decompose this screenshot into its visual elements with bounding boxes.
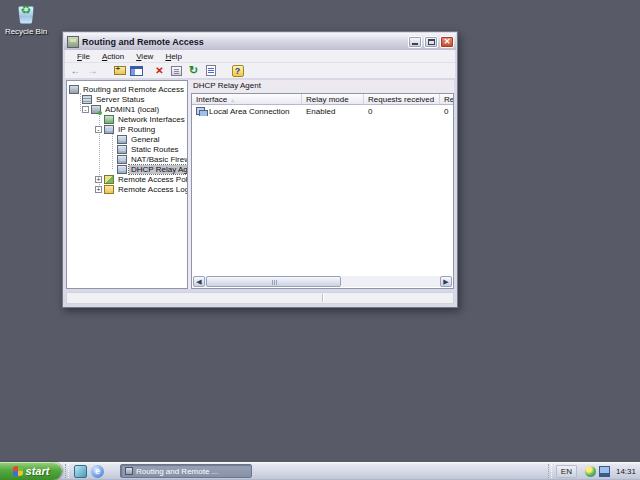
- taskbar-clock: 14:31: [616, 467, 636, 476]
- tree-item-static-routes[interactable]: Static Routes: [67, 144, 187, 154]
- back-icon[interactable]: ←: [68, 64, 83, 77]
- expand-icon[interactable]: +: [95, 186, 102, 193]
- tray-globe-icon[interactable]: [585, 466, 596, 477]
- tree-item-dhcp-relay-agent[interactable]: DHCP Relay Agent: [67, 164, 187, 174]
- lan-connection-icon: [196, 107, 207, 116]
- taskbar: start e Routing and Remote ... EN 14:31: [0, 462, 640, 480]
- collapse-icon[interactable]: -: [95, 126, 102, 133]
- tree-item-label: Static Routes: [129, 145, 181, 154]
- forward-icon[interactable]: →: [85, 64, 100, 77]
- up-one-level-icon[interactable]: [112, 64, 127, 77]
- title-bar[interactable]: Routing and Remote Access ✕: [64, 33, 456, 50]
- tree-item-routing-and-remote-access[interactable]: Routing and Remote Access: [67, 84, 187, 94]
- expand-icon[interactable]: +: [95, 176, 102, 183]
- quick-launch-handle[interactable]: [65, 464, 69, 478]
- tree-item-label-selected: DHCP Relay Agent: [129, 165, 188, 174]
- sort-icon: ▵: [231, 97, 234, 103]
- start-button[interactable]: start: [0, 462, 62, 480]
- tree-item-label: Server Status: [94, 95, 146, 104]
- close-button[interactable]: ✕: [440, 36, 454, 48]
- windows-flag-icon: [13, 466, 23, 477]
- column-interface[interactable]: Interface▵: [192, 94, 302, 105]
- router-icon: [104, 125, 114, 134]
- system-tray: EN 14:31: [548, 462, 640, 480]
- router-icon: [117, 155, 127, 164]
- recycle-bin-icon: ♻: [15, 2, 37, 26]
- tree-item-label: Remote Access Logging: [116, 185, 188, 194]
- column-headers: Interface▵ Relay mode Requests received …: [192, 94, 453, 105]
- scroll-right-icon[interactable]: ▶: [440, 276, 452, 287]
- list-view: Interface▵ Relay mode Requests received …: [191, 93, 454, 289]
- internet-explorer-icon[interactable]: e: [91, 465, 104, 478]
- minimize-button[interactable]: [408, 36, 422, 48]
- tree-item-label: IP Routing: [116, 125, 157, 134]
- tree-item-remote-access-policies[interactable]: + Remote Access Policies: [67, 174, 187, 184]
- tree-item-network-interfaces[interactable]: Network Interfaces: [67, 114, 187, 124]
- menu-view[interactable]: View: [130, 52, 159, 61]
- scroll-left-icon[interactable]: ◀: [193, 276, 205, 287]
- console-tree: Routing and Remote Access Server Status …: [66, 80, 188, 289]
- tree-item-remote-access-logging[interactable]: + Remote Access Logging: [67, 184, 187, 194]
- recycle-bin-label: Recycle Bin: [4, 27, 48, 36]
- tree-item-label: Remote Access Policies: [116, 175, 188, 184]
- menu-help[interactable]: Help: [159, 52, 187, 61]
- collapse-icon[interactable]: -: [82, 106, 89, 113]
- tray-network-icon[interactable]: [599, 466, 610, 477]
- column-requests-received[interactable]: Requests received: [364, 94, 440, 105]
- policies-icon: [104, 175, 114, 184]
- status-bar: [66, 292, 454, 304]
- relay-mode-value: Enabled: [302, 107, 364, 116]
- console-root-icon: [69, 85, 79, 94]
- tree-item-admin1-local[interactable]: - ADMIN1 (local): [67, 104, 187, 114]
- scrollbar-thumb[interactable]: [206, 276, 341, 287]
- table-row[interactable]: Local Area Connection Enabled 0 0: [192, 105, 453, 117]
- server-icon: [91, 105, 101, 114]
- menu-bar: File Action View Help: [65, 50, 455, 63]
- router-icon: [117, 135, 127, 144]
- toolbar: ← → ✕ ↻ ?: [65, 63, 455, 79]
- tree-item-label: Routing and Remote Access: [81, 85, 186, 94]
- server-status-icon: [82, 95, 92, 104]
- column-replies-received[interactable]: Replies received: [440, 94, 454, 105]
- task-button-label: Routing and Remote ...: [136, 467, 218, 476]
- properties-icon[interactable]: [169, 64, 184, 77]
- tree-item-label: ADMIN1 (local): [103, 105, 161, 114]
- rras-window: Routing and Remote Access ✕ File Action …: [62, 31, 458, 308]
- task-button-icon: [125, 467, 133, 475]
- tree-item-label: General: [129, 135, 161, 144]
- tree-item-general[interactable]: General: [67, 134, 187, 144]
- recycle-bin-shortcut[interactable]: ♻ Recycle Bin: [4, 2, 48, 36]
- start-label: start: [26, 465, 50, 477]
- show-desktop-icon[interactable]: [74, 465, 87, 478]
- router-icon: [117, 145, 127, 154]
- maximize-button[interactable]: [424, 36, 438, 48]
- network-interfaces-icon: [104, 115, 114, 124]
- refresh-icon[interactable]: ↻: [186, 64, 201, 77]
- window-icon: [67, 36, 79, 48]
- horizontal-scrollbar[interactable]: ◀ ▶: [193, 276, 452, 287]
- tree-item-server-status[interactable]: Server Status: [67, 94, 187, 104]
- delete-icon[interactable]: ✕: [152, 64, 167, 77]
- replies-received-value: 0: [440, 107, 454, 116]
- result-pane-title: DHCP Relay Agent: [193, 81, 261, 90]
- interface-name: Local Area Connection: [209, 107, 290, 116]
- tree-item-label: NAT/Basic Firewall: [129, 155, 188, 164]
- desktop: ♻ Recycle Bin Routing and Remote Access …: [0, 0, 640, 480]
- menu-action[interactable]: Action: [96, 52, 130, 61]
- column-relay-mode[interactable]: Relay mode: [302, 94, 364, 105]
- window-title: Routing and Remote Access: [82, 37, 408, 47]
- show-hide-console-tree-icon[interactable]: [129, 64, 144, 77]
- folder-icon: [104, 185, 114, 194]
- language-indicator[interactable]: EN: [556, 465, 577, 478]
- export-list-icon[interactable]: [203, 64, 218, 77]
- router-icon: [117, 165, 127, 174]
- tree-item-nat-basic-firewall[interactable]: NAT/Basic Firewall: [67, 154, 187, 164]
- task-button-rras[interactable]: Routing and Remote ...: [120, 464, 252, 478]
- help-icon[interactable]: ?: [230, 64, 245, 77]
- menu-file[interactable]: File: [71, 52, 96, 61]
- result-pane: DHCP Relay Agent Interface▵ Relay mode R…: [191, 80, 454, 289]
- tree-item-label: Network Interfaces: [116, 115, 187, 124]
- tree-item-ip-routing[interactable]: - IP Routing: [67, 124, 187, 134]
- requests-received-value: 0: [364, 107, 440, 116]
- tray-handle[interactable]: [548, 464, 552, 478]
